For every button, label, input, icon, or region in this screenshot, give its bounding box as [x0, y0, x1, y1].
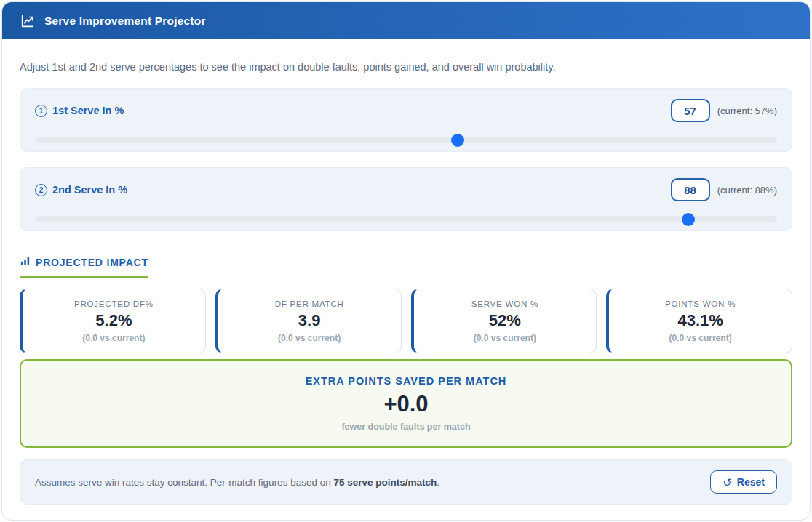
trending-chart-icon	[20, 13, 36, 29]
description-text: Adjust 1st and 2nd serve percentages to …	[20, 61, 792, 73]
stat-card-projected-df: PROJECTED DF% 5.2% (0.0 vs current)	[20, 289, 206, 353]
stat-label: SERVE WON %	[471, 300, 538, 308]
projected-impact-title: PROJECTED IMPACT	[36, 257, 148, 268]
serve-points-per-match: 75 serve points/match	[333, 477, 437, 488]
stat-card-df-per-match: DF PER MATCH 3.9 (0.0 vs current)	[215, 289, 402, 353]
stat-delta: (0.0 vs current)	[669, 333, 732, 343]
second-serve-slider[interactable]	[35, 216, 777, 222]
reset-icon: ↺	[723, 477, 732, 488]
first-serve-slider-thumb[interactable]	[451, 134, 464, 147]
stat-card-serve-won: SERVE WON % 52% (0.0 vs current)	[411, 289, 597, 353]
second-serve-label: 2nd Serve In %	[52, 184, 127, 196]
stat-label: DF PER MATCH	[275, 300, 344, 308]
serve-improvement-projector-card: Serve Improvement Projector Adjust 1st a…	[1, 1, 811, 521]
bar-chart-icon	[20, 255, 31, 269]
reset-button[interactable]: ↺ Reset	[710, 470, 777, 494]
highlight-title: EXTRA POINTS SAVED PER MATCH	[306, 375, 507, 387]
second-serve-current-note: (current: 88%)	[717, 185, 777, 196]
stat-label: POINTS WON %	[665, 300, 736, 308]
projected-impact-heading: PROJECTED IMPACT	[20, 255, 148, 278]
stat-cards-row: PROJECTED DF% 5.2% (0.0 vs current) DF P…	[20, 289, 792, 353]
second-serve-slider-thumb[interactable]	[682, 213, 695, 226]
first-serve-current-note: (current: 57%)	[717, 105, 777, 116]
stat-value: 52%	[489, 311, 521, 330]
stat-delta: (0.0 vs current)	[82, 333, 145, 343]
highlight-value: +0.0	[383, 391, 428, 417]
stat-card-points-won: POINTS WON % 43.1% (0.0 vs current)	[606, 289, 792, 353]
footer-bar: Assumes serve win rates stay constant. P…	[20, 459, 792, 505]
page-title: Serve Improvement Projector	[44, 15, 206, 28]
assumptions-note: Assumes serve win rates stay constant. P…	[35, 477, 439, 488]
first-serve-label: 1st Serve In %	[52, 105, 124, 116]
highlight-subtitle: fewer double faults per match	[341, 422, 470, 432]
first-serve-slider[interactable]	[35, 137, 777, 143]
extra-points-highlight-box: EXTRA POINTS SAVED PER MATCH +0.0 fewer …	[20, 359, 792, 448]
stat-label: PROJECTED DF%	[74, 300, 154, 308]
second-serve-panel: 2 2nd Serve In % (current: 88%)	[20, 167, 792, 231]
stat-value: 5.2%	[95, 311, 132, 330]
second-serve-value-input[interactable]	[671, 178, 710, 201]
reset-button-label: Reset	[737, 476, 765, 488]
first-serve-value-input[interactable]	[671, 99, 710, 122]
circled-number-2-icon: 2	[35, 184, 47, 196]
first-serve-panel: 1 1st Serve In % (current: 57%)	[20, 88, 792, 152]
stat-delta: (0.0 vs current)	[278, 333, 341, 343]
stat-delta: (0.0 vs current)	[474, 333, 536, 343]
circled-number-1-icon: 1	[35, 105, 47, 117]
stat-value: 3.9	[298, 311, 321, 330]
header-bar: Serve Improvement Projector	[2, 2, 810, 39]
stat-value: 43.1%	[677, 311, 723, 330]
